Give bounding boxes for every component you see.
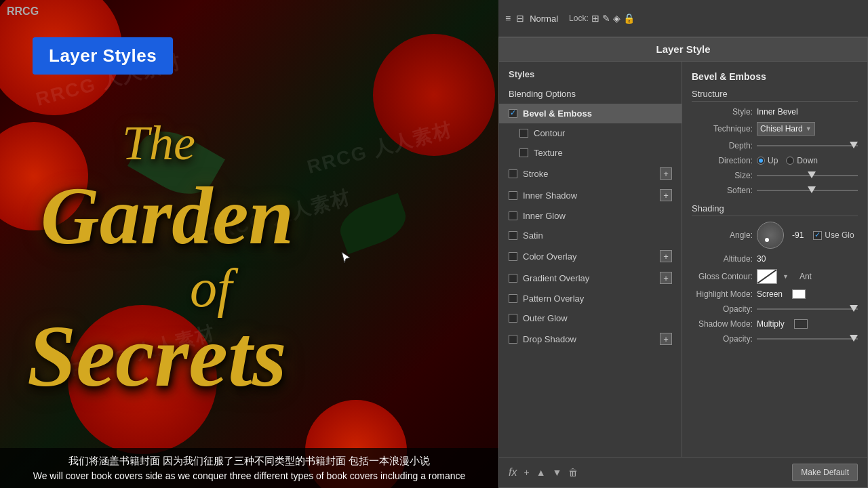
color-overlay-add-button[interactable]: +	[660, 250, 672, 262]
sidebar-item-blending[interactable]: Blending Options	[499, 84, 682, 104]
style-label: Style:	[692, 107, 753, 117]
bottom-icons: fx + ▲ ▼ 🗑	[509, 466, 578, 479]
lock-transparency-icon[interactable]: ◈	[613, 13, 620, 24]
move-down-icon[interactable]: ▼	[553, 467, 562, 478]
outer-glow-checkbox[interactable]	[509, 314, 517, 323]
direction-up-label: Up	[768, 156, 778, 165]
make-default-button[interactable]: Make Default	[792, 464, 858, 481]
texture-checkbox[interactable]	[519, 148, 528, 157]
color-overlay-checkbox[interactable]	[509, 252, 517, 261]
use-global-light-checkbox[interactable]	[813, 231, 822, 240]
highlight-opacity-slider[interactable]	[757, 308, 858, 310]
panel-content: Bevel & Emboss Structure Style: Inner Be…	[682, 62, 867, 457]
technique-dropdown[interactable]: Chisel Hard ▼	[757, 122, 815, 136]
layer-styles-label: Layer Styles	[49, 45, 157, 66]
sidebar-item-inner-shadow[interactable]: Inner Shadow +	[499, 184, 682, 206]
altitude-row: Altitude: 30	[692, 254, 858, 264]
gloss-contour-dropdown-arrow[interactable]: ▼	[783, 273, 789, 280]
angle-dial[interactable]	[757, 222, 784, 249]
inner-glow-label: Inner Glow	[523, 211, 566, 221]
book-title-the: The	[122, 115, 195, 171]
lock-label: Lock:	[569, 14, 589, 23]
gradient-overlay-add-button[interactable]: +	[660, 272, 672, 284]
bevel-label: Bevel & Emboss	[523, 108, 592, 119]
sidebar-item-gradient-overlay[interactable]: Gradient Overlay +	[499, 267, 682, 289]
use-global-label: Use Glo	[825, 230, 854, 240]
stroke-checkbox[interactable]	[509, 169, 517, 178]
panel-bottom: fx + ▲ ▼ 🗑 Make Default	[499, 457, 867, 487]
direction-label: Direction:	[692, 156, 753, 165]
sidebar-item-satin[interactable]: Satin	[499, 226, 682, 245]
highlight-opacity-thumb	[850, 305, 858, 312]
blend-mode-label[interactable]: Normal	[530, 14, 558, 24]
blending-label: Blending Options	[509, 89, 576, 99]
use-global-light-option[interactable]: Use Glo	[813, 230, 854, 240]
styles-label: Styles	[509, 69, 534, 79]
bevel-checkbox[interactable]	[509, 109, 517, 118]
contour-checkbox[interactable]	[519, 129, 528, 138]
outer-glow-label: Outer Glow	[523, 313, 568, 323]
sidebar-item-contour[interactable]: Contour	[499, 123, 682, 143]
sidebar-item-bevel[interactable]: Bevel & Emboss	[499, 104, 682, 123]
soften-row: Soften:	[692, 186, 858, 195]
inner-glow-checkbox[interactable]	[509, 211, 517, 220]
add-style-icon[interactable]: +	[524, 467, 529, 478]
technique-row: Technique: Chisel Hard ▼	[692, 122, 858, 136]
technique-dropdown-arrow: ▼	[806, 125, 812, 132]
subtitle-english: We will cover book covers side as we con…	[11, 470, 488, 481]
drop-shadow-label: Drop Shadow	[523, 334, 576, 344]
depth-row: Depth:	[692, 141, 858, 150]
shadow-opacity-thumb	[850, 335, 858, 342]
sidebar-item-inner-glow[interactable]: Inner Glow	[499, 206, 682, 226]
inner-shadow-checkbox[interactable]	[509, 191, 517, 200]
direction-up-option[interactable]: Up	[757, 156, 778, 165]
angle-value: -91	[792, 230, 804, 240]
sidebar-item-texture[interactable]: Texture	[499, 143, 682, 163]
angle-row: Angle: -91 Use Glo	[692, 222, 858, 249]
fx-label: fx	[509, 466, 517, 479]
pattern-overlay-label: Pattern Overlay	[523, 293, 584, 304]
sidebar-item-outer-glow[interactable]: Outer Glow	[499, 308, 682, 328]
technique-label: Technique:	[692, 124, 753, 134]
sidebar-item-styles[interactable]: Styles	[499, 64, 682, 84]
sidebar-item-color-overlay[interactable]: Color Overlay +	[499, 245, 682, 267]
direction-up-radio[interactable]	[757, 157, 765, 165]
delete-style-icon[interactable]: 🗑	[568, 467, 578, 478]
stroke-add-button[interactable]: +	[660, 167, 672, 180]
bevel-emboss-section-title: Bevel & Emboss	[692, 71, 858, 82]
shadow-opacity-slider[interactable]	[757, 338, 858, 340]
sidebar-item-stroke[interactable]: Stroke +	[499, 163, 682, 184]
inner-shadow-add-button[interactable]: +	[660, 189, 672, 201]
lock-pixel-icon[interactable]: ✎	[602, 13, 610, 24]
soften-slider[interactable]	[757, 190, 858, 191]
sidebar-item-pattern-overlay[interactable]: Pattern Overlay	[499, 289, 682, 308]
move-up-icon[interactable]: ▲	[536, 467, 546, 478]
sidebar-item-drop-shadow[interactable]: Drop Shadow +	[499, 328, 682, 350]
size-slider[interactable]	[757, 175, 858, 176]
layers-icon[interactable]: ≡	[505, 13, 511, 24]
satin-checkbox[interactable]	[509, 231, 517, 240]
depth-slider[interactable]	[757, 145, 858, 146]
color-overlay-label: Color Overlay	[523, 251, 576, 262]
structure-subsection-title: Structure	[692, 89, 858, 102]
gradient-overlay-checkbox[interactable]	[509, 274, 517, 283]
style-value: Inner Bevel	[757, 107, 798, 117]
shadow-color-swatch[interactable]	[794, 319, 808, 329]
top-bar: ≡ ⊟ Normal Lock: ⊞ ✎ ◈ 🔒	[498, 0, 868, 37]
lock-position-icon[interactable]: ⊞	[591, 13, 599, 24]
panel-title: Layer Style	[656, 43, 710, 55]
options-icon[interactable]: ⊟	[516, 13, 524, 24]
leaf-decoration	[334, 193, 412, 255]
direction-down-option[interactable]: Down	[786, 156, 818, 165]
angle-dial-dot	[765, 238, 769, 242]
gloss-contour-row: Gloss Contour: ▼ Ant	[692, 269, 858, 284]
highlight-color-swatch[interactable]	[792, 289, 806, 299]
lock-all-icon[interactable]: 🔒	[623, 13, 635, 24]
depth-slider-thumb	[850, 142, 858, 148]
satin-label: Satin	[523, 230, 543, 241]
direction-down-radio[interactable]	[786, 157, 794, 165]
pattern-overlay-checkbox[interactable]	[509, 294, 517, 303]
gloss-contour-preview[interactable]	[757, 269, 777, 284]
drop-shadow-add-button[interactable]: +	[660, 333, 672, 345]
drop-shadow-checkbox[interactable]	[509, 335, 517, 344]
